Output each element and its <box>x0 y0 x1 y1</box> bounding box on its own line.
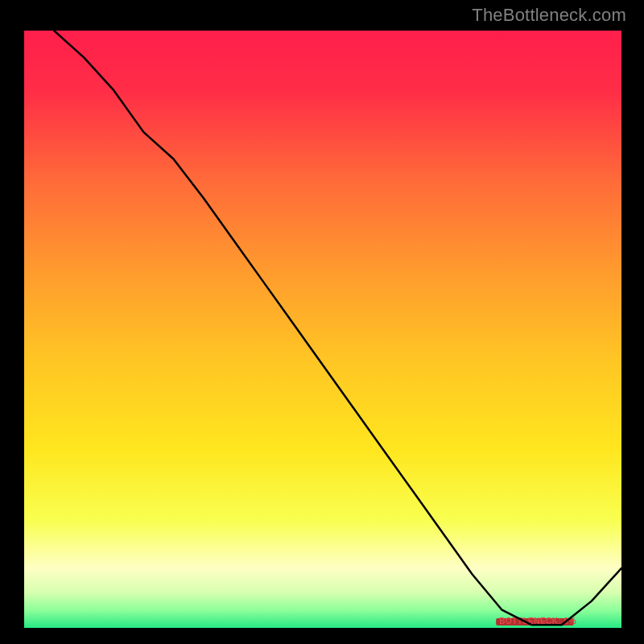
watermark-text: TheBottleneck.com <box>472 5 626 26</box>
chart-container: TheBottleneck.com BOTTLENECK: 0% <box>0 0 644 644</box>
gradient-background <box>24 31 621 628</box>
plot-area: BOTTLENECK: 0% <box>24 31 621 628</box>
bottleneck-chart: BOTTLENECK: 0% <box>24 31 621 628</box>
